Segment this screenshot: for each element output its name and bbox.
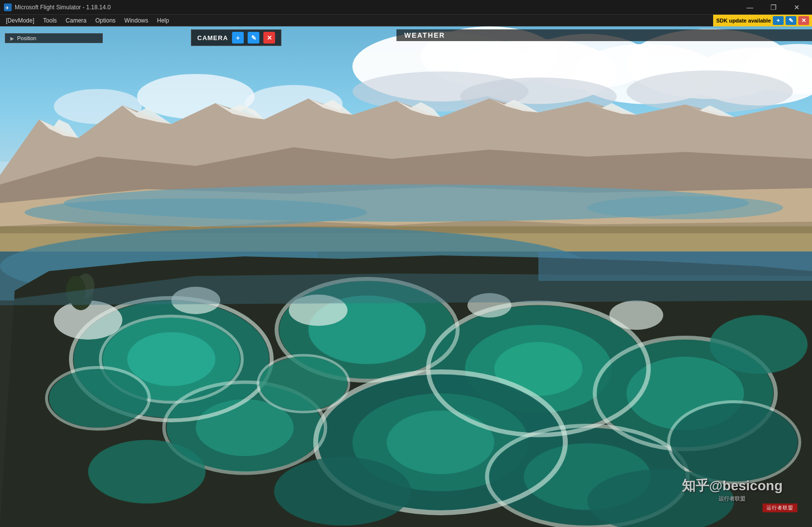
camera-edit-button[interactable]: ✎ [248,32,259,44]
watermark-main: 知乎@besicong [682,477,783,495]
sdk-close-button[interactable]: ✕ [798,16,809,25]
title-bar-left: ✈ Microsoft Flight Simulator - 1.18.14.0 [4,3,111,11]
watermark-sub: 运行者联盟 [719,495,745,503]
svg-text:✈: ✈ [5,5,9,11]
window-controls: — ❐ ✕ [739,0,808,15]
svg-point-67 [671,403,798,481]
menu-devmode[interactable]: [DevMode] [2,16,38,25]
svg-point-50 [387,411,494,474]
viewport: ▶ Position CAMERA + ✎ ✕ WEATHER 知乎@besic… [0,26,812,527]
close-button[interactable]: ✕ [786,0,808,15]
minimize-button[interactable]: — [739,0,761,15]
position-label: Position [17,35,36,41]
svg-point-70 [88,440,206,504]
camera-close-button[interactable]: ✕ [263,32,275,44]
sdk-banner-text: SDK update available [716,18,771,23]
weather-title: WEATHER [404,31,445,39]
menu-options[interactable]: Options [92,16,119,25]
svg-point-63 [49,369,147,428]
svg-point-77 [609,300,663,330]
wetland-svg [0,26,812,527]
title-bar: ✈ Microsoft Flight Simulator - 1.18.14.0… [0,0,812,15]
position-panel: ▶ Position [5,33,103,43]
sdk-edit-button[interactable]: ✎ [786,16,796,25]
camera-add-button[interactable]: + [232,32,244,44]
watermark: 知乎@besicong 运行者联盟 [682,477,783,503]
sdk-banner: SDK update available + ✎ ✕ [713,15,812,26]
menu-help[interactable]: Help [153,16,173,25]
red-strip-text: 运行者联盟 [766,505,793,510]
camera-panel: CAMERA + ✎ ✕ [191,29,281,46]
title-text: Microsoft Flight Simulator - 1.18.14.0 [15,4,111,11]
weather-panel: WEATHER [396,29,812,41]
red-strip: 运行者联盟 [763,504,797,512]
svg-point-40 [127,332,215,386]
menu-camera[interactable]: Camera [62,16,91,25]
svg-point-69 [710,315,808,374]
sdk-add-button[interactable]: + [773,16,784,25]
camera-title: CAMERA [197,34,228,42]
menu-tools[interactable]: Tools [39,16,61,25]
menu-windows[interactable]: Windows [120,16,152,25]
svg-point-71 [274,457,411,526]
position-expand-icon[interactable]: ▶ [10,36,14,41]
restore-button[interactable]: ❐ [762,0,785,15]
svg-point-65 [259,357,348,411]
app-icon: ✈ [4,3,12,11]
menu-bar: [DevMode] Tools Camera Options Windows H… [0,15,812,26]
